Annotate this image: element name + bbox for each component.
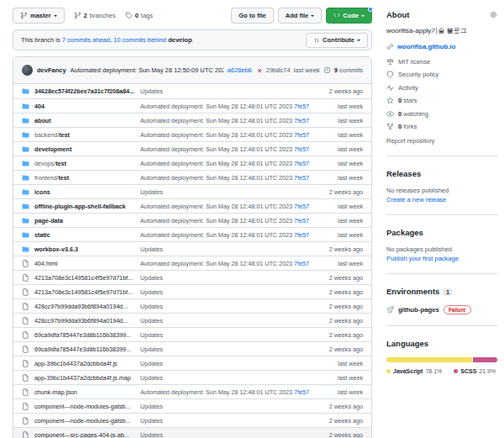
commit-author-link[interactable]: devFancy [37,66,66,74]
environments-title[interactable]: Environments1 [386,287,453,296]
row-commit-message-link[interactable]: Automated deployment: Sun May 28 12:48:0… [140,174,292,182]
file-name-link[interactable]: offline-plugin-app-shell-fallback [34,203,126,210]
file-name-link[interactable]: 34628ec574f22bee7a31c7f208a84... [34,87,134,95]
row-commit-message-link[interactable]: Automated deployment: Sun May 28 12:48:0… [140,203,292,210]
sidebar-about-item[interactable]: 0 forks [386,123,497,130]
commits-ahead-link[interactable]: 7 commits ahead [62,36,110,44]
file-name-link[interactable]: test [59,131,70,139]
check-failed-icon[interactable] [256,67,263,74]
file-name-link[interactable]: 404.html [34,260,58,267]
row-commit-message-link[interactable]: Automated deployment: Sun May 28 12:48:0… [140,160,292,167]
row-commit-message-link[interactable]: Automated deployment: Sun May 28 12:48:0… [140,260,292,267]
file-name-link[interactable]: component---node-modules-gatsb... [34,403,130,410]
row-commit-message-link[interactable]: Updates [140,87,163,95]
report-repository-link[interactable]: Report repository [386,137,497,145]
row-commit-sha-link[interactable]: 7fe571f [294,103,309,110]
row-commit-sha-link[interactable]: 7fe571f [294,145,309,153]
file-path-prefix-link[interactable]: devops/ [34,160,55,167]
commit-sha-link[interactable]: a628eb6 [228,66,252,74]
file-name-link[interactable]: component---node-modules-gatsb... [34,417,130,425]
row-commit-message-link[interactable]: Updates [140,403,163,410]
row-commit-sha-link[interactable]: 7fe571f [294,117,309,124]
row-commit-sha-link[interactable]: 7fe571f [294,131,309,139]
deployment-status-badge[interactable]: Failure [444,305,471,314]
file-name-link[interactable]: 4213a708e3c149581c4f5e97d71bf... [34,288,133,296]
file-name-link[interactable]: static [34,231,50,239]
file-name-link[interactable]: 428cc97b99dda93b6f894a0194d... [34,303,128,310]
file-name-link[interactable]: test [58,174,69,182]
environments-label: Environments [386,287,439,296]
file-name-link[interactable]: icons [34,188,50,196]
code-button[interactable]: Code [326,8,372,24]
row-commit-sha-link[interactable]: 7fe571f [294,260,309,267]
tags-link[interactable]: 0 tags [125,12,153,19]
language-legend-item[interactable]: JavaScript 78.1% [386,368,442,374]
commits-history-link[interactable]: 9 commits [334,66,363,74]
file-name-link[interactable]: 69ca9dfa785447e3d8b116b38399... [34,331,131,339]
file-name-link[interactable]: about [34,117,51,124]
file-name-link[interactable]: development [34,145,71,153]
add-file-button[interactable]: Add file [278,8,323,24]
row-commit-sha-link[interactable]: 7fe571f [294,217,309,224]
packages-title[interactable]: Packages [386,228,423,237]
sidebar-about-item[interactable]: 0 watching [386,110,497,118]
commits-behind-link[interactable]: 10 commits behind [113,36,166,44]
row-commit-message-link[interactable]: Updates [140,417,163,425]
row-commit-sha-link[interactable]: 7fe571f [294,231,309,239]
publish-package-link[interactable]: Publish your first package [386,255,497,262]
go-to-file-button[interactable]: Go to file [231,8,274,24]
row-commit-message-link[interactable]: Automated deployment: Sun May 28 12:48:0… [140,217,292,224]
row-commit-sha-link[interactable]: 7fe571f [294,174,309,182]
row-commit-message-link[interactable]: Updates [140,303,163,310]
file-path-prefix-link[interactable]: backend/ [34,131,59,139]
file-path-prefix-link[interactable]: frontend/ [34,174,58,182]
row-commit-message-link[interactable]: Automated deployment: Sun May 28 12:48:0… [140,145,292,153]
file-name-link[interactable]: test [55,160,66,167]
row-commit-message-link[interactable]: Automated deployment: Sun May 28 12:48:0… [140,103,292,110]
sidebar-about-item[interactable]: Security policy [386,71,497,78]
file-name-link[interactable]: chunk-map.json [34,388,77,396]
row-commit-message-link[interactable]: Automated deployment: Sun May 28 12:48:0… [140,117,292,124]
branches-link[interactable]: 2 branches [74,12,116,19]
create-release-link[interactable]: Create a new release [386,196,497,203]
row-commit-message-link[interactable]: Updates [140,188,163,196]
row-commit-sha-link[interactable]: 7fe571f [294,160,309,167]
row-commit-message-link[interactable]: Updates [140,274,163,282]
file-name-link[interactable]: 404 [34,103,45,110]
sidebar-about-item[interactable]: 0 stars [386,97,497,104]
row-commit-message-link[interactable]: Updates [140,374,163,382]
file-name-link[interactable]: app-39bc1b4437a2dcbbda4f.js.map [34,374,131,382]
environment-link[interactable]: github-pages [398,306,439,314]
file-name-link[interactable]: 69ca9dfa785447e3d8b116b38399... [34,346,131,353]
repo-website-link[interactable]: woorifisa.github.io [386,43,497,50]
avatar[interactable] [22,65,33,76]
file-name-link[interactable]: app-39bc1b4437a2dcbbda4f.js [34,360,118,367]
row-commit-message-link[interactable]: Updates [140,346,163,353]
file-name-link[interactable]: workbox-v3.6.3 [34,245,78,253]
file-name-link[interactable]: component---src-pages-404-js-ab... [34,431,129,438]
commit-age: last week [314,231,363,239]
row-commit-message-link[interactable]: Updates [140,331,163,339]
sidebar-about-item[interactable]: MIT license [386,58,497,66]
sidebar-about-item[interactable]: Activity [386,84,497,92]
row-commit-message-link[interactable]: Updates [140,360,163,367]
releases-title[interactable]: Releases [386,169,421,178]
row-commit-message-link[interactable]: Automated deployment: Sun May 28 12:48:0… [140,131,292,139]
file-name-link[interactable]: page-data [34,217,63,224]
row-commit-message-link[interactable]: Updates [140,317,163,325]
branch-selector-button[interactable]: master [13,8,65,24]
row-commit-sha-link[interactable]: 7fe571f [294,203,309,210]
language-legend-item[interactable]: SCSS 21.9% [454,368,496,374]
row-commit-message-link[interactable]: Updates [140,431,163,438]
row-commit-sha-link[interactable]: 7fe571f [294,388,309,396]
contribute-button[interactable]: Contribute [306,33,368,48]
row-commit-message-link[interactable]: Automated deployment: Sun May 28 12:48:0… [140,231,292,239]
head-sha-link[interactable]: 29b8c74 [266,66,291,74]
gear-icon[interactable] [490,11,497,18]
row-commit-message-link[interactable]: Updates [140,245,163,253]
row-commit-message-link[interactable]: Automated deployment: Sun May 28 12:48:0… [140,388,292,396]
file-name-link[interactable]: 428cc97b99dda93b6f894a0194d... [34,317,128,325]
file-name-link[interactable]: 4213a708e3c149581c4f5e97d71bf... [34,274,133,282]
row-commit-message-link[interactable]: Updates [140,288,163,296]
commit-message-link[interactable]: Automated deployment: Sun May 28 12:50:0… [71,66,223,74]
